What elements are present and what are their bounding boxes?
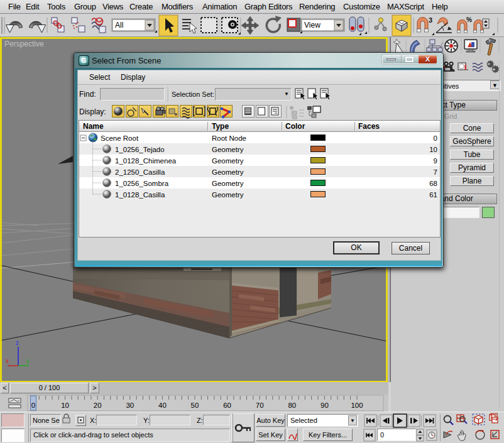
svg-text:90: 90 <box>320 402 329 409</box>
svg-text:%: % <box>466 16 472 23</box>
svg-text:50: 50 <box>191 402 199 409</box>
svg-text:x: x <box>6 358 9 364</box>
svg-text:View: View <box>304 21 320 30</box>
svg-text:y: y <box>26 358 30 364</box>
svg-text:10: 10 <box>61 402 69 409</box>
svg-text:z: z <box>16 339 19 346</box>
svg-text:30: 30 <box>126 402 134 409</box>
svg-text:60: 60 <box>223 402 231 409</box>
svg-text:0: 0 <box>31 402 35 409</box>
svg-text:70: 70 <box>256 402 264 409</box>
svg-text:3: 3 <box>429 16 432 24</box>
svg-text:20: 20 <box>94 402 102 409</box>
svg-text:100: 100 <box>351 402 363 409</box>
svg-text:80: 80 <box>288 402 296 409</box>
svg-text:40: 40 <box>158 402 167 409</box>
svg-text:Perspective: Perspective <box>4 40 44 48</box>
svg-text:All: All <box>115 21 123 30</box>
